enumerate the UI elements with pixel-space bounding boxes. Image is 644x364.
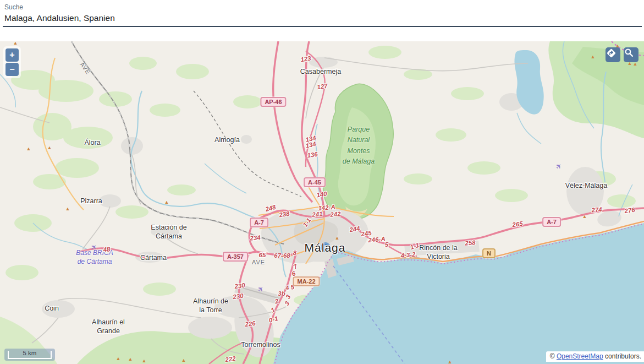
map-canvas — [0, 41, 644, 364]
directions-icon — [606, 47, 617, 59]
scale-label: 5 km — [4, 350, 55, 356]
zoom-in-button[interactable]: + — [5, 48, 19, 62]
search-input[interactable] — [4, 13, 631, 23]
attribution-prefix: © — [550, 352, 557, 360]
map[interactable]: CasabermejaAlmogíaÁloraPizarraEstación d… — [0, 41, 644, 364]
attribution: © OpenStreetMap contributors. — [546, 351, 644, 362]
app-window: Suche — [0, 0, 644, 364]
directions-button[interactable] — [606, 47, 620, 62]
zoom-out-button[interactable]: − — [5, 63, 19, 76]
search-field-label: Suche — [4, 3, 23, 11]
map-marker — [321, 242, 331, 252]
zoom-control: + − — [3, 46, 21, 78]
openstreetmap-link[interactable]: OpenStreetMap — [557, 352, 603, 360]
search-underline — [3, 26, 642, 27]
map-search-button[interactable] — [624, 47, 639, 62]
search-bar: Suche — [0, 0, 644, 41]
scale-control: 5 km — [4, 349, 55, 361]
search-icon — [624, 47, 634, 58]
attribution-suffix: contributors. — [603, 352, 641, 360]
